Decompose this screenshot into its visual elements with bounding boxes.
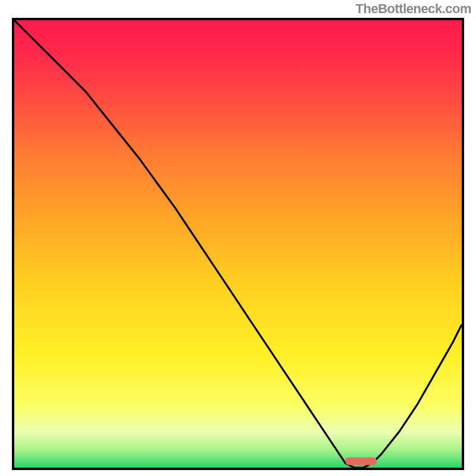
optimal-marker [346, 458, 377, 465]
chart-svg [14, 20, 462, 468]
chart-container: TheBottleneck.com [0, 0, 476, 476]
watermark-text: TheBottleneck.com [356, 1, 471, 17]
plot-area [12, 18, 464, 470]
